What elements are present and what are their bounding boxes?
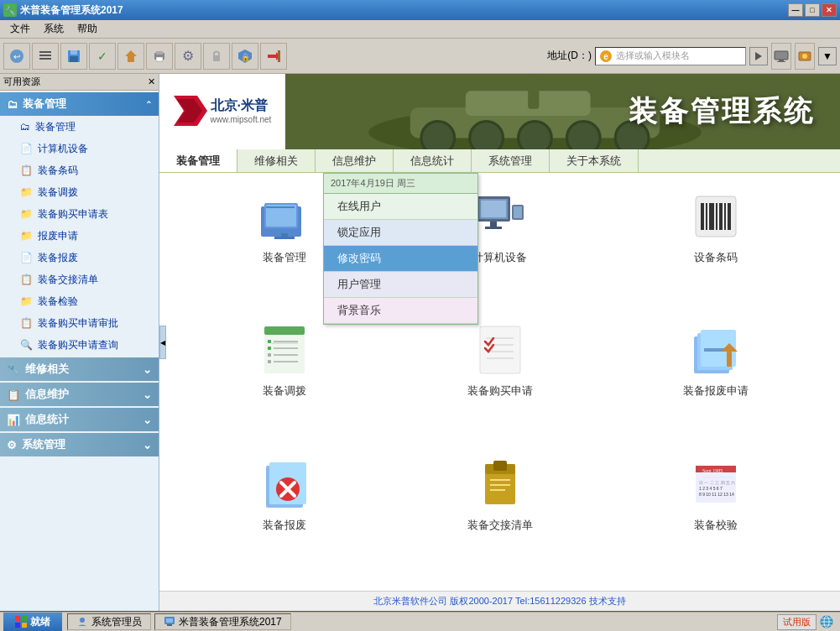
transfer-icon: 📁 bbox=[20, 186, 33, 198]
nav-tab-info-maintain[interactable]: 信息维护 bbox=[316, 149, 394, 172]
nav-tab-about[interactable]: 关于本系统 bbox=[550, 149, 639, 172]
icon-item-barcode[interactable]: 设备条码 bbox=[624, 190, 806, 306]
sidebar-item-inspect[interactable]: 📁 装备检验 bbox=[0, 290, 159, 312]
sidebar-item-purchase-form[interactable]: 📁 装备购买申请表 bbox=[0, 203, 159, 225]
icon-label-purchase: 装备购买申请 bbox=[467, 383, 533, 399]
banner: 北京·米普 www.mipsoft.net bbox=[159, 74, 840, 149]
sidebar-toggle-btn[interactable]: ◀ bbox=[159, 326, 166, 359]
banner-title: 装备管理系统 bbox=[629, 92, 815, 131]
nav-tab-sys-mgmt[interactable]: 系统管理 bbox=[472, 149, 550, 172]
lock-btn[interactable] bbox=[203, 43, 230, 70]
purchase-form-icon: 📁 bbox=[20, 208, 33, 220]
exit-btn[interactable] bbox=[260, 43, 287, 70]
window-controls[interactable]: — □ ✕ bbox=[788, 3, 837, 17]
list-btn[interactable] bbox=[32, 43, 59, 70]
dropdown-btn[interactable]: ▼ bbox=[818, 47, 837, 65]
icon-label-scrap: 装备报废 bbox=[263, 518, 306, 533]
sidebar-item-purchase-approve[interactable]: 📋 装备购买申请审批 bbox=[0, 312, 159, 334]
svg-marker-22 bbox=[755, 52, 762, 60]
svg-rect-48 bbox=[481, 201, 506, 217]
svg-rect-4 bbox=[39, 58, 51, 60]
sidebar-close-btn[interactable]: ✕ bbox=[148, 76, 155, 87]
svg-text:1  2  3  4  5  6  7: 1 2 3 4 5 6 7 bbox=[699, 486, 723, 491]
sidebar-item-equip-mgmt[interactable]: 🗂 装备管理 bbox=[0, 116, 159, 138]
section-header-info-maintain[interactable]: 📋 信息维护 ⌄ bbox=[0, 383, 159, 406]
svg-rect-90 bbox=[493, 461, 507, 471]
section-label-equipment: 装备管理 bbox=[23, 96, 66, 112]
icon-item-scrap[interactable]: 装备报废 bbox=[193, 457, 375, 574]
svg-rect-64 bbox=[268, 340, 271, 343]
home-btn[interactable] bbox=[117, 43, 144, 70]
nav-tab-repair[interactable]: 维修相关 bbox=[237, 149, 316, 172]
svg-rect-59 bbox=[724, 203, 726, 230]
print-btn[interactable] bbox=[146, 43, 173, 70]
refresh-btn[interactable]: ✓ bbox=[89, 43, 116, 70]
icon-item-purchase[interactable]: 装备购买申请 bbox=[409, 323, 591, 440]
repair-icon: 🔧 bbox=[7, 363, 20, 376]
svg-rect-66 bbox=[268, 347, 271, 350]
settings-btn[interactable]: ⚙ bbox=[175, 43, 201, 70]
sidebar-item-handover[interactable]: 📋 装备交接清单 bbox=[0, 269, 159, 290]
section-header-repair[interactable]: 🔧 维修相关 ⌄ bbox=[0, 357, 159, 381]
icon-item-calibrate[interactable]: Sept 1985 日 一 二 三 四 五 六 1 2 3 4 5 6 7 8 … bbox=[624, 457, 806, 574]
section-header-equipment[interactable]: 🗂 装备管理 ⌃ bbox=[0, 92, 159, 116]
icon-item-transfer[interactable]: 装备调拨 bbox=[193, 323, 375, 440]
title-bar: 🔧 米普装备管理系统2017 — □ ✕ bbox=[0, 0, 840, 20]
toolbar: ↩ ✓ ⚙ 🔒 地址(D：) e 选择或输入模块名 bbox=[0, 39, 840, 74]
sidebar-item-scrap[interactable]: 📄 装备报废 bbox=[0, 247, 159, 269]
status-app-name[interactable]: 米普装备管理系统2017 bbox=[154, 613, 291, 630]
svg-rect-62 bbox=[264, 326, 305, 335]
menu-file[interactable]: 文件 bbox=[3, 20, 37, 38]
barcode-img bbox=[689, 190, 743, 243]
nav-tab-equip[interactable]: 装备管理 bbox=[159, 149, 237, 172]
svg-rect-107 bbox=[166, 618, 173, 623]
dropdown-item-online[interactable]: 在线用户 bbox=[324, 194, 477, 220]
icon-label-transfer: 装备调拨 bbox=[263, 383, 306, 399]
computer-icon: 📄 bbox=[20, 143, 33, 154]
minimize-btn[interactable]: — bbox=[788, 3, 803, 17]
svg-rect-55 bbox=[706, 203, 707, 230]
sidebar-item-purchase-query[interactable]: 🔍 装备购买申请查询 bbox=[0, 334, 159, 356]
main-layout: 可用资源 ✕ 🗂 装备管理 ⌃ 🗂 装备管理 📄 计算机设备 📋 装备条码 bbox=[0, 74, 840, 611]
address-input[interactable]: e 选择或输入模块名 bbox=[595, 47, 746, 65]
status-sys-admin[interactable]: 系统管理员 bbox=[67, 613, 151, 630]
purchase-approve-icon: 📋 bbox=[20, 317, 33, 329]
security-btn[interactable]: 🔒 bbox=[232, 43, 258, 70]
nav-tab-info-stats[interactable]: 信息统计 bbox=[394, 149, 472, 172]
icon-item-handover[interactable]: 装备交接清单 bbox=[409, 457, 591, 574]
equip-mgmt-icon: 🗂 bbox=[20, 121, 30, 133]
maximize-btn[interactable]: □ bbox=[805, 3, 820, 17]
sidebar-wrapper: 可用资源 ✕ 🗂 装备管理 ⌃ 🗂 装备管理 📄 计算机设备 📋 装备条码 bbox=[0, 74, 159, 611]
back-btn[interactable]: ↩ bbox=[3, 43, 30, 70]
status-bar: 就绪 系统管理员 米普装备管理系统2017 试用版 bbox=[0, 611, 840, 631]
dropdown-item-changepwd[interactable]: 修改密码 bbox=[324, 246, 477, 272]
menu-system[interactable]: 系统 bbox=[37, 20, 70, 38]
svg-rect-56 bbox=[709, 203, 714, 230]
dropdown-item-user-mgmt[interactable]: 用户管理 bbox=[324, 272, 477, 298]
sidebar-item-barcode[interactable]: 📋 装备条码 bbox=[0, 159, 159, 181]
start-button[interactable]: 就绪 bbox=[3, 613, 62, 631]
save-btn[interactable] bbox=[60, 43, 87, 70]
app-status-icon bbox=[164, 616, 175, 628]
dropdown-item-lock[interactable]: 锁定应用 bbox=[324, 220, 477, 246]
section-header-sys-mgmt[interactable]: ⚙ 系统管理 ⌄ bbox=[0, 433, 159, 456]
dropdown-item-music[interactable]: 背景音乐 bbox=[324, 298, 477, 324]
svg-rect-34 bbox=[528, 74, 539, 108]
logo-text: 北京·米普 bbox=[211, 97, 272, 115]
svg-rect-57 bbox=[716, 203, 717, 230]
transfer-img bbox=[258, 323, 311, 377]
close-btn[interactable]: ✕ bbox=[822, 3, 837, 17]
screenshot-btn[interactable] bbox=[795, 43, 815, 70]
info-maintain-icon: 📋 bbox=[7, 389, 20, 401]
svg-rect-91 bbox=[490, 479, 510, 481]
sidebar-item-transfer[interactable]: 📁 装备调拨 bbox=[0, 181, 159, 203]
monitor-btn[interactable] bbox=[771, 43, 791, 70]
section-header-info-stats[interactable]: 📊 信息统计 ⌄ bbox=[0, 408, 159, 431]
sidebar-item-scrap-apply[interactable]: 📁 报废申请 bbox=[0, 225, 159, 247]
menu-help[interactable]: 帮助 bbox=[70, 20, 104, 38]
sidebar-item-computer[interactable]: 📄 计算机设备 bbox=[0, 138, 159, 159]
purchase-query-icon: 🔍 bbox=[20, 339, 33, 351]
content-footer: 北京米普软件公司 版权2000-2017 Tel:15611229326 技术支… bbox=[159, 591, 840, 611]
address-go-btn[interactable] bbox=[749, 47, 768, 65]
icon-item-scrap-apply[interactable]: 装备报废申请 bbox=[624, 323, 806, 440]
